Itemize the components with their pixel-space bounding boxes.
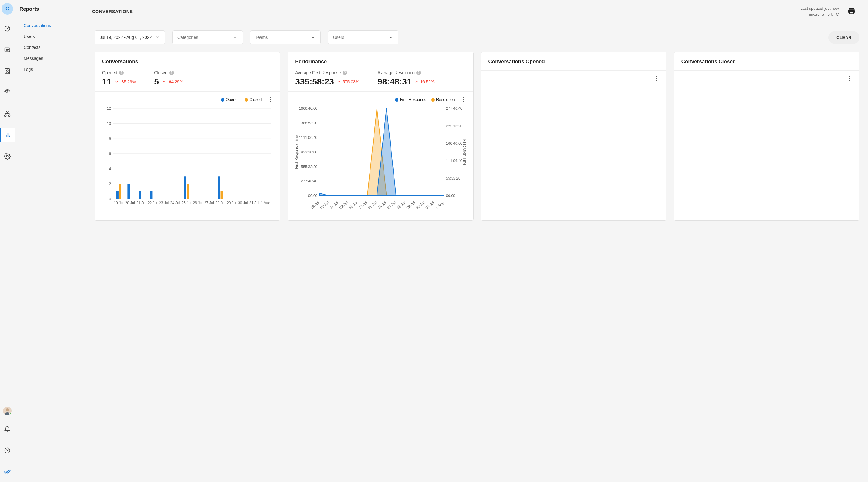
svg-text:10: 10 [107, 122, 111, 126]
help-icon[interactable]: ? [169, 70, 174, 75]
card-title: Conversations [95, 52, 280, 70]
help-icon[interactable]: ? [343, 70, 347, 75]
svg-text:8: 8 [109, 137, 111, 141]
conversations-bar-chart: 02468101219 Jul20 Jul21 Jul22 Jul23 Jul2… [100, 105, 274, 213]
users-select[interactable]: Users [328, 30, 398, 44]
workspace-avatar[interactable]: C [2, 3, 13, 14]
svg-text:833:20:00: 833:20:00 [301, 150, 318, 154]
svg-text:4: 4 [109, 167, 111, 171]
svg-rect-40 [150, 191, 153, 199]
performance-card: Performance Average First Response ? 335… [287, 52, 473, 221]
svg-text:00:00: 00:00 [308, 194, 318, 198]
header-meta: Last updated just now Timezone - 0 UTC [801, 5, 839, 17]
svg-text:20 Jul: 20 Jul [125, 201, 135, 205]
clear-button[interactable]: CLEAR [829, 31, 860, 44]
closed-delta: -64.29% [162, 79, 183, 84]
svg-text:29 Jul: 29 Jul [406, 200, 416, 210]
svg-text:0: 0 [109, 197, 111, 201]
ar-value: 98:48:31 [377, 77, 411, 87]
svg-text:222:13:20: 222:13:20 [446, 124, 463, 128]
help-icon[interactable]: ? [119, 70, 124, 75]
svg-text:30 Jul: 30 Jul [238, 201, 248, 205]
chart-menu-icon[interactable]: ⋮ [460, 96, 468, 103]
svg-text:24 Jul: 24 Jul [170, 201, 180, 205]
chart-menu-icon[interactable]: ⋮ [846, 75, 854, 82]
main: CONVERSATIONS Last updated just now Time… [86, 0, 868, 482]
sidebar-item-contacts[interactable]: Contacts [20, 42, 86, 53]
categories-select[interactable]: Categories [172, 30, 243, 44]
help-icon[interactable] [0, 443, 14, 458]
chart-menu-icon[interactable]: ⋮ [653, 75, 661, 82]
card-title: Conversations Closed [674, 52, 859, 70]
sidebar-item-users[interactable]: Users [20, 31, 86, 42]
svg-text:1388:53:20: 1388:53:20 [299, 121, 318, 125]
help-icon[interactable]: ? [416, 70, 421, 75]
svg-text:21 Jul: 21 Jul [329, 200, 339, 210]
svg-text:20 Jul: 20 Jul [319, 200, 330, 210]
workflows-icon[interactable] [0, 106, 14, 121]
svg-rect-49 [218, 176, 220, 199]
opened-value: 11 [102, 77, 112, 87]
svg-text:29 Jul: 29 Jul [227, 201, 237, 205]
svg-text:19 Jul: 19 Jul [310, 200, 320, 210]
svg-rect-7 [6, 111, 8, 113]
afr-label: Average First Response ? [295, 70, 359, 75]
sidebar-title: Reports [20, 6, 86, 12]
filters-bar: Jul 19, 2022 - Aug 01, 2022 Categories T… [86, 23, 868, 52]
header: CONVERSATIONS Last updated just now Time… [86, 0, 868, 23]
contacts-icon[interactable] [0, 64, 14, 78]
sidebar-item-messages[interactable]: Messages [20, 53, 86, 64]
svg-text:1 Aug: 1 Aug [435, 200, 445, 210]
broadcast-icon[interactable] [0, 85, 14, 100]
svg-text:00:00: 00:00 [446, 194, 456, 198]
print-icon[interactable] [847, 7, 856, 17]
afr-delta: 575.03% [337, 79, 359, 84]
notifications-icon[interactable] [0, 422, 14, 437]
sidebar-item-conversations[interactable]: Conversations [20, 20, 86, 31]
svg-text:25 Jul: 25 Jul [367, 200, 378, 210]
svg-text:21 Jul: 21 Jul [136, 201, 146, 205]
ar-delta: 16.52% [414, 79, 434, 84]
teams-select[interactable]: Teams [250, 30, 321, 44]
conversations-legend: Opened Closed ⋮ [100, 96, 274, 103]
svg-text:12: 12 [107, 106, 111, 110]
conversations-closed-card: Conversations Closed ⋮ [674, 52, 860, 221]
user-avatar[interactable] [3, 407, 11, 415]
closed-label: Closed ? [154, 70, 183, 75]
svg-text:24 Jul: 24 Jul [358, 200, 368, 210]
brand-check-icon[interactable] [0, 464, 14, 479]
reports-icon[interactable] [0, 128, 14, 142]
svg-point-13 [6, 155, 8, 157]
page-title: CONVERSATIONS [92, 9, 133, 14]
svg-point-6 [7, 92, 8, 93]
svg-text:Resolution Time: Resolution Time [463, 139, 467, 165]
svg-rect-45 [187, 184, 189, 199]
svg-point-15 [6, 409, 9, 412]
chevron-up-icon [337, 79, 341, 84]
chevron-down-icon [115, 79, 119, 84]
svg-text:277:46:40: 277:46:40 [301, 179, 318, 183]
svg-text:1111:06:40: 1111:06:40 [299, 135, 318, 140]
svg-text:22 Jul: 22 Jul [148, 201, 157, 205]
svg-text:23 Jul: 23 Jul [348, 200, 359, 210]
conversations-icon[interactable] [0, 42, 14, 57]
afr-value: 335:58:23 [295, 77, 334, 87]
date-range-picker[interactable]: Jul 19, 2022 - Aug 01, 2022 [95, 30, 165, 44]
chart-menu-icon[interactable]: ⋮ [267, 96, 274, 103]
ar-label: Average Resolution ? [377, 70, 435, 75]
conversations-card: Conversations Opened ? 11 -35.29% [95, 52, 280, 221]
svg-rect-33 [116, 191, 119, 199]
settings-icon[interactable] [0, 149, 14, 163]
svg-text:19 Jul: 19 Jul [114, 201, 123, 205]
svg-text:1 Aug: 1 Aug [261, 201, 270, 205]
svg-text:30 Jul: 30 Jul [415, 200, 426, 210]
svg-rect-36 [127, 184, 130, 199]
svg-rect-50 [221, 191, 223, 199]
dashboard-icon[interactable] [0, 21, 14, 36]
sidebar-item-logs[interactable]: Logs [20, 64, 86, 75]
performance-legend: First Response Resolution ⋮ [293, 96, 467, 103]
svg-text:27 Jul: 27 Jul [204, 201, 214, 205]
svg-text:55:33:20: 55:33:20 [446, 176, 460, 181]
svg-text:26 Jul: 26 Jul [193, 201, 203, 205]
card-title: Performance [288, 52, 473, 70]
